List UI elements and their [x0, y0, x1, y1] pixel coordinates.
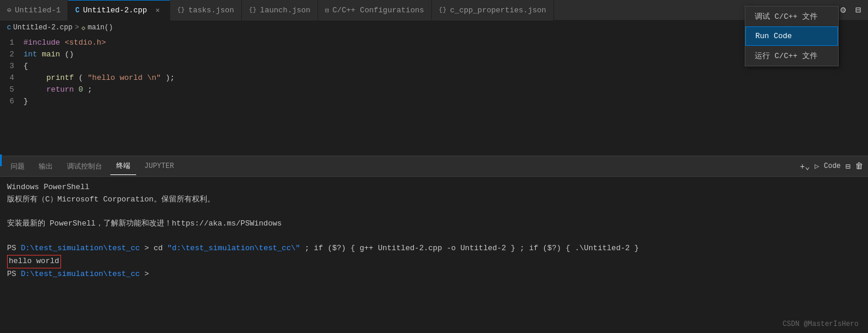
- terminal-output-line: hello world: [7, 255, 861, 268]
- panel-section: 问题 输出 调试控制台 终端 JUPYTER +⌄ ▷ Code ⊟ 🗑: [0, 156, 868, 333]
- code-content-2: int main (): [23, 49, 74, 60]
- code-editor[interactable]: 1 #include <stdio.h> 2 int main (): [0, 35, 868, 110]
- panel-tab-actions: +⌄ ▷ Code ⊟ 🗑: [800, 162, 863, 171]
- tab-icon-untitled1: ⊖: [7, 6, 11, 15]
- run-terminal-icon[interactable]: ▷: [815, 162, 819, 171]
- tab-launchjson[interactable]: {} launch.json: [242, 0, 318, 21]
- close-terminal-icon[interactable]: 🗑: [855, 162, 863, 171]
- tab-label-cppprops: c_cpp_properties.json: [450, 6, 546, 15]
- panel-tab-debug[interactable]: 调试控制台: [61, 158, 108, 175]
- breadcrumb-separator: >: [75, 23, 79, 32]
- hello-world-output: hello world: [7, 255, 61, 268]
- code-line-6: 6 }: [0, 96, 868, 107]
- tab-icon-untitled2cpp: C: [75, 6, 79, 15]
- breadcrumb-symbol[interactable]: main(): [87, 23, 113, 32]
- code-content-5: return 0 ;: [23, 84, 92, 96]
- line-num-4: 4: [0, 72, 23, 84]
- code-line-5: 5 return 0 ;: [0, 84, 868, 96]
- settings-icon[interactable]: ⚙: [838, 2, 849, 18]
- tab-icon-cppprops: {}: [439, 6, 447, 14]
- terminal-cmd-line: PS D:\test_simulation\test_cc > cd "d:\t…: [7, 243, 861, 255]
- split-terminal-icon[interactable]: ⊟: [846, 162, 850, 171]
- tab-close-untitled2cpp[interactable]: ✕: [153, 6, 163, 15]
- ps-path-cmd: D:\test_simulation\test_cc: [21, 244, 140, 253]
- ps-prompt-cmd: PS: [7, 244, 21, 253]
- layout-icon[interactable]: ⊟: [853, 2, 863, 18]
- editor-section: C Untitled-2.cpp > ◇ main() 1 #include <…: [0, 21, 868, 156]
- panel-tab-output[interactable]: 输出: [33, 158, 59, 175]
- tab-cppprops[interactable]: {} c_cpp_properties.json: [432, 0, 554, 21]
- main-content: C Untitled-2.cpp > ◇ main() 1 #include <…: [0, 21, 868, 333]
- tab-icon-cppconfig: ⊟: [325, 6, 329, 14]
- tab-icon-launchjson: {}: [249, 6, 256, 14]
- line-num-3: 3: [0, 60, 23, 72]
- new-terminal-icon[interactable]: +⌄: [800, 162, 810, 171]
- panel-tab-jupyter[interactable]: JUPYTER: [139, 159, 180, 174]
- tab-icon-tasksjson: {}: [177, 6, 185, 14]
- terminal-title: Windows PowerShell: [7, 181, 861, 194]
- code-content-6: }: [23, 96, 28, 107]
- code-content-3: {: [23, 60, 28, 72]
- context-menu-item-debug[interactable]: 调试 C/C++ 文件: [745, 6, 838, 26]
- tab-untitled1[interactable]: ⊖ Untitled-1: [0, 0, 68, 21]
- tab-label-tasksjson: tasks.json: [188, 6, 234, 15]
- watermark: CSDN @MasterIsHero: [782, 320, 859, 328]
- panel-tab-bar: 问题 输出 调试控制台 终端 JUPYTER +⌄ ▷ Code ⊟ 🗑: [0, 156, 868, 177]
- terminal-copyright: 版权所有（C）Microsoft Corporation。保留所有权利。: [7, 194, 861, 206]
- code-line-4: 4 printf ( "hello world \n" );: [0, 72, 868, 84]
- line-num-5: 5: [0, 84, 23, 96]
- sidebar-indicator: [0, 154, 2, 166]
- breadcrumb-symbol-icon: ◇: [82, 24, 86, 32]
- panel-tab-problems[interactable]: 问题: [5, 158, 31, 175]
- tab-label-untitled2cpp: Untitled-2.cpp: [83, 6, 147, 15]
- tab-label-cppconfig: C/C++ Configurations: [333, 6, 424, 15]
- tab-label-launchjson: launch.json: [260, 6, 310, 15]
- code-content-4: printf ( "hello world \n" );: [23, 72, 175, 84]
- breadcrumb-file[interactable]: Untitled-2.cpp: [13, 23, 73, 32]
- tab-cppconfig[interactable]: ⊟ C/C++ Configurations: [318, 0, 432, 21]
- panel-tab-terminal[interactable]: 终端: [110, 157, 136, 175]
- line-num-1: 1: [0, 37, 23, 49]
- context-menu: 调试 C/C++ 文件 Run Code 运行 C/C++ 文件: [745, 6, 839, 66]
- breadcrumb: C Untitled-2.cpp > ◇ main(): [0, 21, 868, 35]
- line-num-2: 2: [0, 49, 23, 60]
- code-line-1: 1 #include <stdio.h>: [0, 37, 868, 49]
- code-line-3: 3 {: [0, 60, 868, 72]
- context-menu-item-runcode[interactable]: Run Code: [745, 26, 838, 46]
- context-menu-item-run-cpp[interactable]: 运行 C/C++ 文件: [745, 46, 838, 66]
- ps-path-quoted: "d:\test_simulation\test_cc\": [167, 244, 300, 253]
- tab-bar: ⊖ Untitled-1 C Untitled-2.cpp ✕ {} tasks…: [0, 0, 868, 21]
- tab-label-untitled1: Untitled-1: [15, 6, 60, 15]
- ps-gt-cmd: > cd: [144, 244, 167, 253]
- breadcrumb-icon: C: [7, 24, 11, 31]
- tab-untitled2cpp[interactable]: C Untitled-2.cpp ✕: [68, 0, 170, 21]
- terminal-content[interactable]: Windows PowerShell 版权所有（C）Microsoft Corp…: [0, 177, 868, 333]
- code-label: Code: [824, 162, 841, 170]
- terminal-update-msg: 安装最新的 PowerShell，了解新功能和改进！https://aka.ms…: [7, 218, 861, 230]
- code-line-2: 2 int main (): [0, 49, 868, 60]
- tab-tasksjson[interactable]: {} tasks.json: [170, 0, 242, 21]
- code-content-1: #include <stdio.h>: [23, 37, 106, 49]
- terminal-prompt-final: PS D:\test_simulation\test_cc >: [7, 268, 861, 281]
- ps-rest-cmd: ; if ($?) { g++ Untitled-2.cpp -o Untitl…: [305, 244, 639, 253]
- line-num-6: 6: [0, 96, 23, 107]
